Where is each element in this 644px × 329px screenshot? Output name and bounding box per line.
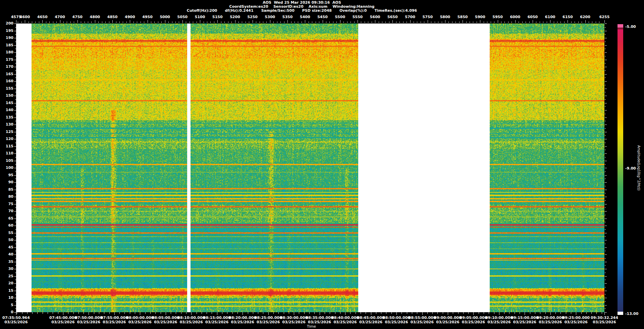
time-major-tick — [243, 312, 243, 315]
record-minor-tick — [179, 21, 179, 23]
frequency-tick-label: 105 — [0, 158, 13, 163]
frequency-tick-right — [605, 291, 607, 291]
time-minor-tick — [376, 312, 376, 314]
frequency-tick-right — [605, 110, 607, 110]
frequency-tick-label: 90 — [0, 180, 13, 185]
record-minor-tick — [256, 21, 256, 23]
time-minor-tick — [58, 312, 58, 314]
frequency-tick-right — [605, 193, 606, 193]
record-minor-tick — [190, 21, 190, 23]
record-minor-tick — [116, 21, 116, 23]
record-minor-tick — [46, 21, 46, 23]
record-major-tick — [165, 20, 165, 23]
frequency-tick-right — [605, 258, 606, 258]
record-major-tick — [604, 20, 605, 23]
frequency-tick-right — [605, 207, 606, 208]
record-tick-label: 5800 — [437, 15, 453, 19]
record-tick-label: 6050 — [524, 15, 541, 19]
frequency-tick-right — [605, 85, 606, 85]
time-minor-tick — [202, 312, 202, 314]
record-major-tick — [445, 20, 445, 23]
record-major-tick — [112, 20, 113, 23]
time-minor-tick — [124, 312, 125, 314]
record-minor-tick — [186, 21, 186, 23]
frequency-tick-right — [605, 139, 607, 139]
record-major-tick — [42, 20, 43, 23]
record-minor-tick — [249, 21, 249, 23]
time-minor-tick — [520, 312, 520, 314]
record-minor-tick — [368, 21, 368, 23]
time-minor-tick — [581, 312, 582, 314]
time-minor-tick — [43, 312, 43, 314]
record-major-tick — [25, 20, 25, 23]
time-minor-tick — [299, 312, 299, 314]
record-minor-tick — [312, 21, 312, 23]
record-tick-label: 5200 — [227, 15, 244, 19]
frequency-tick-right — [605, 78, 606, 78]
record-minor-tick — [512, 21, 512, 23]
record-minor-tick — [109, 21, 109, 23]
record-minor-tick — [32, 21, 32, 23]
time-minor-tick — [176, 312, 176, 314]
time-minor-tick — [171, 312, 171, 314]
record-major-tick — [463, 20, 463, 23]
record-minor-tick — [470, 21, 470, 23]
time-major-tick — [268, 312, 269, 315]
record-minor-tick — [431, 21, 431, 23]
time-minor-tick — [391, 312, 392, 314]
frequency-tick-right — [605, 175, 607, 176]
record-minor-tick — [389, 21, 389, 23]
record-minor-tick — [435, 21, 435, 23]
record-minor-tick — [329, 21, 330, 23]
record-minor-tick — [477, 21, 477, 23]
time-minor-tick — [155, 312, 156, 314]
record-tick-label: 5900 — [472, 15, 488, 19]
record-minor-tick — [207, 21, 207, 23]
frequency-tick-right — [605, 247, 607, 248]
time-major-tick — [114, 312, 115, 315]
frequency-tick-label: 180 — [0, 50, 13, 55]
frequency-tick-label: 30 — [0, 267, 13, 271]
frequency-tick-right — [605, 197, 607, 197]
frequency-tick-right — [605, 229, 606, 230]
frequency-tick-right — [605, 157, 606, 157]
time-minor-tick — [27, 312, 28, 314]
record-major-tick — [235, 20, 235, 23]
record-minor-tick — [172, 21, 172, 23]
frequency-tick-right — [605, 34, 606, 35]
record-minor-tick — [242, 21, 242, 23]
record-tick-label: 4600 — [16, 15, 33, 19]
spectrogram-plot[interactable] — [16, 23, 604, 312]
frequency-tick-right — [605, 186, 606, 186]
frequency-tick-right — [605, 128, 606, 129]
time-minor-tick — [596, 312, 597, 314]
time-minor-tick — [489, 312, 489, 314]
time-minor-tick — [586, 312, 587, 314]
record-major-tick — [182, 20, 183, 23]
time-axis-label: Time — [307, 324, 316, 329]
time-minor-tick — [284, 312, 284, 314]
header: AOS Wed 25 Mar 2026 09:30:16 AOS CoordSy… — [0, 1, 604, 13]
time-minor-tick — [566, 312, 566, 314]
record-major-tick — [60, 20, 60, 23]
record-minor-tick — [385, 21, 386, 23]
record-major-tick — [428, 20, 428, 23]
time-minor-tick — [432, 312, 433, 314]
aos-spectrogram-window: AOS Wed 25 Mar 2026 09:30:16 AOS CoordSy… — [0, 0, 644, 329]
record-minor-tick — [53, 21, 53, 23]
time-major-tick — [140, 312, 140, 315]
time-minor-tick — [330, 312, 330, 314]
time-minor-tick — [37, 312, 38, 314]
time-major-tick — [550, 312, 551, 315]
time-minor-tick — [278, 312, 279, 314]
record-minor-tick — [280, 21, 281, 23]
record-minor-tick — [154, 21, 155, 23]
record-major-tick — [287, 20, 288, 23]
record-tick-label: 5050 — [174, 15, 191, 19]
frequency-tick-label: 70 — [0, 209, 13, 214]
time-major-tick — [422, 312, 423, 315]
record-minor-tick — [210, 21, 211, 23]
record-minor-tick — [543, 21, 543, 23]
record-minor-tick — [273, 21, 274, 23]
record-tick-label: 5300 — [262, 15, 278, 19]
